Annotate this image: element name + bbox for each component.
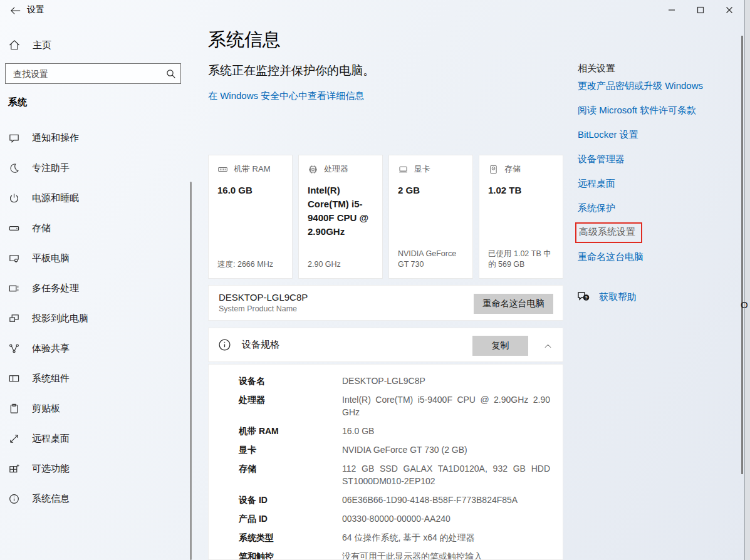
device-specs-table: 设备名DESKTOP-LGL9C8P 处理器Intel(R) Core(TM) … bbox=[208, 364, 563, 560]
back-arrow-icon bbox=[10, 6, 21, 16]
sidebar-item-clipboard[interactable]: 剪贴板 bbox=[0, 393, 188, 423]
hardware-cards: 机带 RAM 16.0 GB 速度: 2666 MHz 处理器 Intel(R)… bbox=[208, 155, 563, 279]
search-icon[interactable] bbox=[162, 69, 180, 79]
spec-label: 设备 ID bbox=[239, 494, 342, 506]
chevron-up-icon[interactable] bbox=[541, 339, 555, 353]
sidebar-item-label: 远程桌面 bbox=[32, 433, 70, 445]
sidebar-item-tablet[interactable]: 平板电脑 bbox=[0, 243, 188, 273]
storage-icon bbox=[8, 222, 20, 234]
copy-button[interactable]: 复制 bbox=[472, 336, 528, 356]
home-icon bbox=[8, 39, 21, 51]
close-button[interactable] bbox=[715, 0, 744, 19]
spec-value: 没有可用于此显示器的笔或触控输入 bbox=[342, 550, 550, 560]
table-row: 显卡NVIDIA GeForce GT 730 (2 GB) bbox=[239, 443, 563, 456]
link-remote-desktop[interactable]: 远程桌面 bbox=[578, 177, 615, 190]
sidebar-item-multitasking[interactable]: 多任务处理 bbox=[0, 273, 188, 303]
sidebar-item-remote-desktop[interactable]: 远程桌面 bbox=[0, 423, 188, 454]
titlebar: 设置 bbox=[0, 0, 750, 20]
sidebar-item-optional-features[interactable]: 可选功能 bbox=[0, 454, 188, 484]
minimize-icon bbox=[668, 6, 675, 14]
device-name-row: DESKTOP-LGL9C8P System Product Name 重命名这… bbox=[208, 285, 563, 321]
app-title: 设置 bbox=[27, 4, 44, 16]
get-help-link[interactable]: ? 获取帮助 bbox=[577, 291, 637, 303]
window-controls bbox=[657, 0, 744, 19]
spec-label: 产品 ID bbox=[239, 512, 342, 525]
get-help-label: 获取帮助 bbox=[599, 291, 637, 303]
sidebar-item-system-components[interactable]: 系统组件 bbox=[0, 363, 188, 393]
table-row: 处理器Intel(R) Core(TM) i5-9400F CPU @ 2.90… bbox=[239, 393, 563, 418]
device-specs-title: 设备规格 bbox=[242, 339, 279, 351]
sidebar-item-home[interactable]: 主页 bbox=[0, 33, 182, 58]
svg-text:?: ? bbox=[585, 295, 588, 301]
card-footer: 已使用 1.02 TB 中的 569 GB bbox=[488, 249, 554, 270]
link-rename-this-pc[interactable]: 重命名这台电脑 bbox=[578, 251, 643, 263]
page-subtitle: 系统正在监控并保护你的电脑。 bbox=[208, 63, 375, 79]
tablet-icon bbox=[8, 252, 20, 264]
optional-features-icon bbox=[8, 463, 20, 475]
table-row: 设备名DESKTOP-LGL9C8P bbox=[239, 375, 563, 387]
sidebar-item-notifications[interactable]: 通知和操作 bbox=[0, 123, 188, 153]
sidebar-item-label: 通知和操作 bbox=[32, 132, 79, 144]
sidebar-item-label: 系统组件 bbox=[32, 373, 70, 385]
sidebar-item-label: 体验共享 bbox=[32, 343, 70, 355]
disk-icon bbox=[488, 164, 499, 175]
spec-label: 笔和触控 bbox=[239, 550, 342, 560]
card-value: 1.02 TB bbox=[488, 184, 554, 197]
maximize-button[interactable] bbox=[686, 0, 715, 19]
card-footer: 2.90 GHz bbox=[308, 259, 373, 270]
sidebar-item-label: 平板电脑 bbox=[32, 252, 70, 264]
sidebar-item-shared-experiences[interactable]: 体验共享 bbox=[0, 333, 188, 363]
card-footer: NVIDIA GeForce GT 730 bbox=[398, 249, 464, 270]
search-input[interactable] bbox=[6, 69, 162, 79]
link-system-protection[interactable]: 系统保护 bbox=[578, 202, 615, 214]
multitasking-icon bbox=[8, 283, 20, 294]
help-bubble-icon: ? bbox=[577, 291, 591, 303]
sidebar-scrollbar[interactable] bbox=[190, 182, 192, 560]
info-circle-icon bbox=[218, 338, 231, 351]
sidebar-item-power-sleep[interactable]: 电源和睡眠 bbox=[0, 183, 188, 213]
sidebar-item-label: 系统信息 bbox=[32, 493, 70, 505]
link-advanced-system-settings[interactable]: 高级系统设置 bbox=[579, 226, 635, 237]
link-change-product-key[interactable]: 更改产品密钥或升级 Windows bbox=[578, 80, 703, 92]
spec-value: 00330-80000-00000-AA240 bbox=[342, 512, 550, 525]
spec-label: 设备名 bbox=[239, 375, 342, 387]
edge-stray-letter: O bbox=[741, 299, 748, 310]
link-device-manager[interactable]: 设备管理器 bbox=[578, 153, 625, 165]
link-license-terms[interactable]: 阅读 Microsoft 软件许可条款 bbox=[578, 104, 696, 117]
rename-pc-button[interactable]: 重命名这台电脑 bbox=[474, 294, 553, 314]
device-specs-header[interactable]: 设备规格 复制 bbox=[208, 328, 563, 362]
spec-value: Intel(R) Core(TM) i5-9400F CPU @ 2.90GHz… bbox=[342, 393, 550, 418]
sidebar-item-projecting[interactable]: 投影到此电脑 bbox=[0, 303, 188, 333]
card-value: 2 GB bbox=[398, 184, 464, 197]
table-row: 系统类型64 位操作系统, 基于 x64 的处理器 bbox=[239, 531, 563, 544]
table-row: 机带 RAM16.0 GB bbox=[239, 425, 563, 437]
clipboard-icon bbox=[8, 403, 20, 415]
window-scrollbar-track[interactable] bbox=[744, 0, 750, 560]
power-sleep-icon bbox=[8, 192, 20, 204]
spec-value: DESKTOP-LGL9C8P bbox=[342, 375, 550, 387]
sidebar-item-label: 可选功能 bbox=[32, 463, 70, 475]
card-ram: 机带 RAM 16.0 GB 速度: 2666 MHz bbox=[208, 155, 293, 279]
minimize-button[interactable] bbox=[657, 0, 686, 19]
window-scrollbar-thumb[interactable] bbox=[741, 36, 743, 474]
gpu-icon bbox=[398, 164, 409, 175]
sidebar-section-header: 系统 bbox=[8, 96, 27, 108]
spec-value: 16.0 GB bbox=[342, 425, 550, 437]
card-value: 16.0 GB bbox=[217, 184, 283, 197]
card-value: Intel(R) Core(TM) i5-9400F CPU @ 2.90GHz bbox=[308, 184, 373, 239]
security-center-link[interactable]: 在 Windows 安全中心中查看详细信息 bbox=[208, 90, 364, 102]
notifications-icon bbox=[8, 132, 20, 144]
table-row: 存储112 GB SSD GALAX TA1D0120A, 932 GB HDD… bbox=[239, 462, 563, 487]
link-bitlocker[interactable]: BitLocker 设置 bbox=[578, 128, 638, 141]
sidebar: 主页 系统 通知和操作 专注助手 电源和睡眠 存储 bbox=[0, 20, 192, 560]
sidebar-item-focus-assist[interactable]: 专注助手 bbox=[0, 153, 188, 183]
back-button[interactable] bbox=[6, 3, 25, 18]
card-label: 机带 RAM bbox=[234, 163, 271, 175]
spec-label: 系统类型 bbox=[239, 531, 342, 544]
sidebar-nav: 通知和操作 专注助手 电源和睡眠 存储 平板电脑 多任务处理 bbox=[0, 123, 188, 514]
sidebar-item-about[interactable]: 系统信息 bbox=[0, 484, 188, 514]
advanced-system-settings-wrap: 高级系统设置 bbox=[575, 222, 642, 243]
sidebar-item-storage[interactable]: 存储 bbox=[0, 213, 188, 243]
table-row: 设备 ID06E36B66-1D90-4148-B58F-F773B824F85… bbox=[239, 494, 563, 506]
sidebar-item-label: 主页 bbox=[33, 39, 51, 51]
